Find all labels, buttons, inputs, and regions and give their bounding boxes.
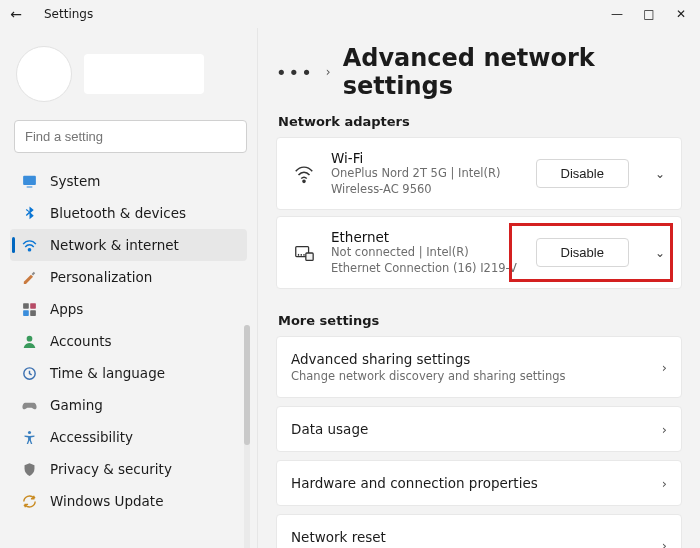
sidebar-item-privacy[interactable]: Privacy & security (10, 453, 247, 485)
svg-point-12 (303, 180, 305, 182)
ethernet-icon (291, 242, 317, 264)
svg-rect-5 (23, 303, 29, 309)
more-data-usage[interactable]: Data usage › (276, 406, 682, 452)
bluetooth-icon (20, 204, 38, 222)
sidebar-item-bluetooth[interactable]: Bluetooth & devices (10, 197, 247, 229)
title-bar: ← Settings — □ ✕ (0, 0, 700, 28)
sidebar-item-system[interactable]: System (10, 165, 247, 197)
more-item-title: Hardware and connection properties (291, 475, 538, 491)
more-item-title: Data usage (291, 421, 368, 437)
paintbrush-icon (20, 268, 38, 286)
chevron-right-icon: › (662, 360, 667, 375)
more-advanced-sharing[interactable]: Advanced sharing settings Change network… (276, 336, 682, 398)
sidebar-item-label: Gaming (50, 397, 103, 413)
wifi-icon (291, 163, 317, 185)
svg-rect-6 (30, 303, 36, 309)
chevron-right-icon: › (662, 476, 667, 491)
chevron-right-icon: › (662, 422, 667, 437)
accessibility-icon (20, 428, 38, 446)
svg-point-9 (26, 335, 32, 341)
chevron-right-icon: › (326, 65, 331, 79)
search-box[interactable] (14, 120, 247, 153)
minimize-button[interactable]: — (610, 7, 624, 21)
more-network-reset[interactable]: Network reset Reset all network adapters… (276, 514, 682, 548)
network-adapters-heading: Network adapters (278, 114, 682, 129)
clock-icon (20, 364, 38, 382)
wifi-disable-button[interactable]: Disable (536, 159, 629, 188)
svg-rect-14 (306, 253, 313, 260)
system-icon (20, 172, 38, 190)
window-title: Settings (44, 7, 93, 21)
chevron-down-icon[interactable]: ⌄ (643, 246, 667, 260)
network-icon (20, 236, 38, 254)
profile-header[interactable] (10, 38, 251, 120)
adapter-desc: Not connected | Intel(R) Ethernet Connec… (331, 245, 522, 276)
apps-icon (20, 300, 38, 318)
main-content: ••• › Advanced network settings Network … (258, 28, 700, 548)
sidebar-item-apps[interactable]: Apps (10, 293, 247, 325)
svg-rect-8 (30, 310, 36, 316)
sidebar-item-label: Privacy & security (50, 461, 172, 477)
adapter-title: Wi-Fi (331, 150, 522, 166)
shield-icon (20, 460, 38, 478)
update-icon (20, 492, 38, 510)
sidebar-item-update[interactable]: Windows Update (10, 485, 247, 517)
svg-rect-3 (26, 186, 32, 187)
ethernet-disable-button[interactable]: Disable (536, 238, 629, 267)
more-settings-heading: More settings (278, 313, 682, 328)
sidebar-item-label: Apps (50, 301, 83, 317)
sidebar-item-personalization[interactable]: Personalization (10, 261, 247, 293)
svg-rect-2 (23, 175, 36, 184)
sidebar: System Bluetooth & devices Network & int… (0, 28, 258, 548)
accounts-icon (20, 332, 38, 350)
sidebar-item-network[interactable]: Network & internet (10, 229, 247, 261)
page-title: Advanced network settings (343, 44, 682, 100)
sidebar-item-accounts[interactable]: Accounts (10, 325, 247, 357)
sidebar-scroll-thumb[interactable] (244, 325, 250, 445)
sidebar-item-label: Personalization (50, 269, 152, 285)
adapter-wifi[interactable]: Wi-Fi OnePlus Nord 2T 5G | Intel(R) Wire… (276, 137, 682, 210)
sidebar-item-label: Windows Update (50, 493, 163, 509)
svg-point-4 (28, 248, 30, 250)
more-hardware-properties[interactable]: Hardware and connection properties › (276, 460, 682, 506)
sidebar-item-label: Time & language (50, 365, 165, 381)
back-button[interactable]: ← (4, 6, 28, 22)
breadcrumb-overflow[interactable]: ••• (276, 62, 314, 83)
more-item-desc: Change network discovery and sharing set… (291, 369, 566, 383)
sidebar-item-label: Accounts (50, 333, 112, 349)
chevron-right-icon: › (662, 538, 667, 548)
adapter-desc: OnePlus Nord 2T 5G | Intel(R) Wireless-A… (331, 166, 522, 197)
sidebar-item-label: Network & internet (50, 237, 179, 253)
sidebar-item-label: Accessibility (50, 429, 133, 445)
chevron-down-icon[interactable]: ⌄ (643, 167, 667, 181)
sidebar-scrollbar[interactable] (244, 325, 250, 548)
sidebar-item-time[interactable]: Time & language (10, 357, 247, 389)
svg-rect-7 (23, 310, 29, 316)
breadcrumb: ••• › Advanced network settings (276, 44, 682, 100)
sidebar-item-label: Bluetooth & devices (50, 205, 186, 221)
close-button[interactable]: ✕ (674, 7, 688, 21)
profile-name (84, 54, 204, 94)
sidebar-item-accessibility[interactable]: Accessibility (10, 421, 247, 453)
maximize-button[interactable]: □ (642, 7, 656, 21)
sidebar-item-label: System (50, 173, 100, 189)
svg-point-11 (27, 430, 30, 433)
adapter-ethernet[interactable]: Ethernet Not connected | Intel(R) Ethern… (276, 216, 682, 289)
gaming-icon (20, 396, 38, 414)
search-input[interactable] (14, 120, 247, 153)
more-item-title: Network reset (291, 529, 554, 545)
adapter-title: Ethernet (331, 229, 522, 245)
more-item-title: Advanced sharing settings (291, 351, 566, 367)
sidebar-item-gaming[interactable]: Gaming (10, 389, 247, 421)
avatar (16, 46, 72, 102)
